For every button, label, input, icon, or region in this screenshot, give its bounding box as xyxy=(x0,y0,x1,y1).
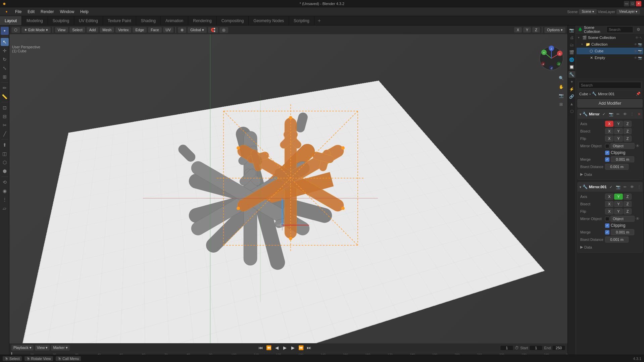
mod-2-mirror-object-field[interactable]: Object xyxy=(610,216,635,222)
menu-blender[interactable]: 🔸 xyxy=(1,9,12,15)
mod-1-more[interactable]: ⋮ xyxy=(629,111,635,117)
snap-toggle[interactable]: 🧲 xyxy=(208,27,218,33)
knife-tool[interactable]: ✂ xyxy=(1,121,9,129)
pan-button[interactable]: ✋ xyxy=(557,83,565,91)
step-forward-button[interactable]: ⏩ xyxy=(298,345,304,351)
particles-properties-icon[interactable]: ✦ xyxy=(568,79,575,85)
marker-menu[interactable]: Marker ▾ xyxy=(51,345,69,351)
mod-2-edit[interactable]: ✏ xyxy=(622,184,628,190)
play-button[interactable]: ▶ xyxy=(282,345,288,351)
edge-menu[interactable]: Edge xyxy=(133,27,147,33)
playback-menu[interactable]: Playback ▾ xyxy=(11,345,34,351)
object-properties-icon[interactable]: 🔲 xyxy=(568,64,575,70)
mod-1-bisect-dist-value[interactable]: 0.001 m xyxy=(605,164,629,170)
modifier-search-input[interactable] xyxy=(579,82,641,89)
x-axis-toggle[interactable]: X xyxy=(514,27,522,33)
mode-menu[interactable]: ✦ Edit Mode ▾ xyxy=(21,27,51,33)
annotate-tool[interactable]: ✏ xyxy=(1,84,9,92)
play-forward-button[interactable]: ▶ xyxy=(290,345,296,351)
mod-1-mirror-object-check[interactable] xyxy=(605,144,609,148)
viewlayer-selector[interactable]: ViewLayer ▾ xyxy=(616,9,640,14)
mod-2-bisect-z[interactable]: Z xyxy=(624,201,632,207)
mod-1-bisect-y[interactable]: Y xyxy=(614,128,623,134)
mod-1-clipping-check[interactable] xyxy=(605,151,609,155)
mod-2-flip-z[interactable]: Z xyxy=(624,208,632,214)
select-menu[interactable]: Select xyxy=(69,27,85,33)
current-frame-field[interactable] xyxy=(500,345,513,351)
bevel-tool[interactable]: ⬡ xyxy=(1,158,9,166)
mod-1-camera[interactable]: 📷 xyxy=(608,111,614,117)
transform-tool[interactable]: ⊞ xyxy=(1,73,9,81)
modifier-properties-icon active[interactable]: 🔧 xyxy=(568,71,575,78)
render-properties-icon[interactable]: 📷 xyxy=(568,27,575,34)
tab-modeling[interactable]: Modeling xyxy=(22,16,48,25)
visibility-icon[interactable]: 👁 xyxy=(635,36,639,40)
z-axis-toggle[interactable]: Z xyxy=(532,27,540,33)
view-menu-tl[interactable]: View ▾ xyxy=(35,345,50,351)
mode-selector[interactable]: ✦ xyxy=(1,27,9,35)
menu-help[interactable]: Help xyxy=(78,9,91,15)
add-menu[interactable]: Add xyxy=(87,27,99,33)
modifier-2-expand[interactable]: ▾ xyxy=(580,185,581,189)
view-menu[interactable]: View xyxy=(55,27,68,33)
mod-1-close[interactable]: ✕ xyxy=(636,111,642,117)
data-properties-icon[interactable]: ▲ xyxy=(568,101,575,107)
mod-1-display[interactable]: 👁 xyxy=(622,111,628,117)
selectability-icon[interactable]: ↖ xyxy=(639,36,642,40)
randomize-tool[interactable]: ⋮ xyxy=(1,196,9,204)
mod-2-camera[interactable]: 📷 xyxy=(615,184,621,190)
mod-1-data-section[interactable]: ▶ Data xyxy=(580,171,640,177)
vertex-menu[interactable]: Vertex xyxy=(115,27,131,33)
mod-1-merge-value[interactable]: 0.001 m xyxy=(611,156,634,162)
spin-tool[interactable]: ⟲ xyxy=(1,178,9,186)
editor-type-menu[interactable]: ⬡ xyxy=(11,27,20,33)
cube-row[interactable]: ⬡ Cube 👁 📷 xyxy=(577,48,643,54)
rotate-tool[interactable]: ↻ xyxy=(1,55,9,63)
mod-1-edit[interactable]: ✏ xyxy=(615,111,621,117)
mod-1-enable[interactable]: ✓ xyxy=(601,111,607,117)
mod-2-more[interactable]: ⋮ xyxy=(636,184,642,190)
uv-menu[interactable]: UV xyxy=(163,27,174,33)
mod-2-bisect-dist-value[interactable]: 0.001 m xyxy=(605,237,629,243)
empty-row[interactable]: ✕ Empty 👁 📷 xyxy=(577,54,643,61)
physics-properties-icon[interactable]: ⚡ xyxy=(568,86,575,93)
mod-2-mirror-object-check[interactable] xyxy=(605,217,609,221)
grid-button[interactable]: ⊞ xyxy=(557,101,565,108)
inset-tool[interactable]: ◫ xyxy=(1,150,9,158)
tab-layout[interactable]: Layout xyxy=(0,16,22,25)
tab-scripting[interactable]: Scripting xyxy=(289,16,314,25)
zoom-button[interactable]: 🔍 xyxy=(557,74,565,82)
pin-icon[interactable]: 📌 xyxy=(636,92,641,96)
scale-tool[interactable]: ⤡ xyxy=(1,64,9,72)
tab-rendering[interactable]: Rendering xyxy=(188,16,216,25)
tab-texture-paint[interactable]: Texture Paint xyxy=(103,16,136,25)
mod-2-bisect-x[interactable]: X xyxy=(605,201,613,207)
mod-2-merge-value[interactable]: 0.001 m xyxy=(611,229,634,235)
mod-1-flip-z[interactable]: Z xyxy=(624,136,632,142)
mod-1-eye-icon[interactable]: 👁 xyxy=(636,144,640,148)
mod-1-flip-x[interactable]: X xyxy=(605,136,613,142)
outliner-filter[interactable]: ⚙ xyxy=(635,26,642,33)
cube-visibility[interactable]: 👁 xyxy=(634,49,637,53)
smooth-tool[interactable]: ◉ xyxy=(1,187,9,195)
viewport-canvas[interactable]: User Perspective (1) Cube X Y Z xyxy=(9,34,567,362)
step-back-button[interactable]: ⏪ xyxy=(265,345,272,351)
view-layer-properties-icon[interactable]: 🗂 xyxy=(568,42,575,48)
proportional-edit[interactable]: ◎ xyxy=(219,27,228,33)
constraints-properties-icon[interactable]: 🔗 xyxy=(568,93,575,100)
play-back-button[interactable]: ◀ xyxy=(274,345,280,351)
tab-geometry-nodes[interactable]: Geometry Nodes xyxy=(249,16,289,25)
measure-tool[interactable]: 📏 xyxy=(1,93,9,101)
call-menu-status[interactable]: 🖱 Call Menu xyxy=(56,356,81,361)
transform-space[interactable]: Global ▾ xyxy=(188,27,207,33)
tab-shading[interactable]: Shading xyxy=(136,16,161,25)
mod-2-bisect-y[interactable]: Y xyxy=(614,201,623,207)
material-properties-icon[interactable]: ⬡ xyxy=(568,108,575,115)
tab-sculpting[interactable]: Sculpting xyxy=(48,16,74,25)
mod-2-display[interactable]: 👁 xyxy=(629,184,635,190)
mod-2-axis-z[interactable]: Z xyxy=(624,194,632,200)
outliner-search[interactable] xyxy=(606,26,633,33)
close-button[interactable]: ✕ xyxy=(636,1,641,6)
tab-animation[interactable]: Animation xyxy=(161,16,188,25)
menu-window[interactable]: Window xyxy=(57,9,77,15)
